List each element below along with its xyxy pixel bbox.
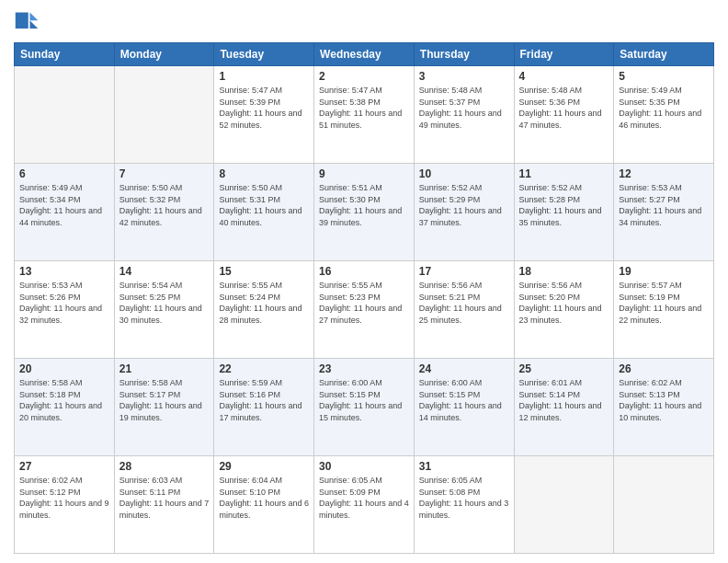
calendar-week-row: 13Sunrise: 5:53 AM Sunset: 5:26 PM Dayli… [15, 261, 714, 359]
day-number: 2 [319, 70, 409, 83]
day-info: Sunrise: 5:47 AM Sunset: 5:38 PM Dayligh… [319, 85, 409, 131]
day-number: 7 [119, 167, 210, 180]
calendar-day-cell: 27Sunrise: 6:02 AM Sunset: 5:12 PM Dayli… [15, 456, 115, 554]
day-info: Sunrise: 6:05 AM Sunset: 5:08 PM Dayligh… [419, 475, 509, 521]
day-info: Sunrise: 5:56 AM Sunset: 5:21 PM Dayligh… [419, 280, 509, 326]
header [14, 9, 714, 35]
day-number: 1 [219, 70, 309, 83]
day-number: 12 [619, 167, 709, 180]
calendar-day-cell: 9Sunrise: 5:51 AM Sunset: 5:30 PM Daylig… [314, 164, 415, 261]
day-info: Sunrise: 5:55 AM Sunset: 5:23 PM Dayligh… [319, 280, 409, 326]
day-number: 31 [419, 460, 509, 473]
svg-rect-3 [16, 13, 28, 29]
calendar-day-cell: 11Sunrise: 5:52 AM Sunset: 5:28 PM Dayli… [514, 164, 614, 261]
day-info: Sunrise: 5:54 AM Sunset: 5:25 PM Dayligh… [119, 280, 210, 326]
calendar-week-row: 20Sunrise: 5:58 AM Sunset: 5:18 PM Dayli… [15, 359, 714, 456]
calendar-day-cell: 30Sunrise: 6:05 AM Sunset: 5:09 PM Dayli… [314, 456, 415, 554]
day-number: 24 [419, 362, 509, 375]
weekday-header: Sunday [15, 43, 115, 66]
weekday-header: Tuesday [214, 43, 314, 66]
calendar-table: SundayMondayTuesdayWednesdayThursdayFrid… [14, 42, 714, 554]
calendar-day-cell: 6Sunrise: 5:49 AM Sunset: 5:34 PM Daylig… [15, 164, 115, 261]
day-number: 20 [19, 362, 109, 375]
logo-icon [14, 9, 40, 35]
day-info: Sunrise: 6:02 AM Sunset: 5:12 PM Dayligh… [19, 475, 109, 521]
day-info: Sunrise: 5:50 AM Sunset: 5:31 PM Dayligh… [219, 182, 309, 228]
day-info: Sunrise: 5:52 AM Sunset: 5:28 PM Dayligh… [519, 182, 609, 228]
day-number: 4 [519, 70, 609, 83]
page: SundayMondayTuesdayWednesdayThursdayFrid… [0, 0, 728, 563]
day-info: Sunrise: 5:52 AM Sunset: 5:29 PM Dayligh… [419, 182, 509, 228]
day-number: 17 [419, 265, 509, 278]
day-number: 19 [619, 265, 709, 278]
day-number: 21 [119, 362, 210, 375]
calendar-day-cell: 2Sunrise: 5:47 AM Sunset: 5:38 PM Daylig… [314, 66, 415, 164]
calendar-day-cell [614, 456, 714, 554]
day-number: 22 [219, 362, 309, 375]
day-info: Sunrise: 5:49 AM Sunset: 5:35 PM Dayligh… [619, 85, 709, 131]
weekday-header: Wednesday [314, 43, 415, 66]
calendar-day-cell: 25Sunrise: 6:01 AM Sunset: 5:14 PM Dayli… [514, 359, 614, 456]
day-info: Sunrise: 5:47 AM Sunset: 5:39 PM Dayligh… [219, 85, 309, 131]
calendar-day-cell: 12Sunrise: 5:53 AM Sunset: 5:27 PM Dayli… [614, 164, 714, 261]
calendar-day-cell: 26Sunrise: 6:02 AM Sunset: 5:13 PM Dayli… [614, 359, 714, 456]
calendar-day-cell: 13Sunrise: 5:53 AM Sunset: 5:26 PM Dayli… [15, 261, 115, 359]
day-number: 15 [219, 265, 309, 278]
calendar-day-cell: 28Sunrise: 6:03 AM Sunset: 5:11 PM Dayli… [114, 456, 214, 554]
day-number: 3 [419, 70, 509, 83]
day-number: 28 [119, 460, 210, 473]
calendar-day-cell: 15Sunrise: 5:55 AM Sunset: 5:24 PM Dayli… [214, 261, 314, 359]
day-info: Sunrise: 6:00 AM Sunset: 5:15 PM Dayligh… [419, 377, 509, 423]
day-info: Sunrise: 6:02 AM Sunset: 5:13 PM Dayligh… [619, 377, 709, 423]
day-info: Sunrise: 5:58 AM Sunset: 5:17 PM Dayligh… [119, 377, 210, 423]
day-info: Sunrise: 5:53 AM Sunset: 5:27 PM Dayligh… [619, 182, 709, 228]
day-number: 5 [619, 70, 709, 83]
weekday-header: Saturday [614, 43, 714, 66]
calendar-day-cell: 31Sunrise: 6:05 AM Sunset: 5:08 PM Dayli… [414, 456, 514, 554]
day-info: Sunrise: 5:56 AM Sunset: 5:20 PM Dayligh… [519, 280, 609, 326]
day-info: Sunrise: 6:01 AM Sunset: 5:14 PM Dayligh… [519, 377, 609, 423]
day-info: Sunrise: 6:04 AM Sunset: 5:10 PM Dayligh… [219, 475, 309, 521]
day-number: 8 [219, 167, 309, 180]
day-info: Sunrise: 5:57 AM Sunset: 5:19 PM Dayligh… [619, 280, 709, 326]
calendar-day-cell: 7Sunrise: 5:50 AM Sunset: 5:32 PM Daylig… [114, 164, 214, 261]
day-info: Sunrise: 6:00 AM Sunset: 5:15 PM Dayligh… [319, 377, 409, 423]
calendar-day-cell: 16Sunrise: 5:55 AM Sunset: 5:23 PM Dayli… [314, 261, 415, 359]
calendar-day-cell: 10Sunrise: 5:52 AM Sunset: 5:29 PM Dayli… [414, 164, 514, 261]
calendar-week-row: 1Sunrise: 5:47 AM Sunset: 5:39 PM Daylig… [15, 66, 714, 164]
day-number: 25 [519, 362, 609, 375]
day-number: 14 [119, 265, 210, 278]
logo [14, 9, 43, 35]
day-info: Sunrise: 5:59 AM Sunset: 5:16 PM Dayligh… [219, 377, 309, 423]
calendar-day-cell: 3Sunrise: 5:48 AM Sunset: 5:37 PM Daylig… [414, 66, 514, 164]
calendar-day-cell [114, 66, 214, 164]
calendar-day-cell: 17Sunrise: 5:56 AM Sunset: 5:21 PM Dayli… [414, 261, 514, 359]
calendar-week-row: 6Sunrise: 5:49 AM Sunset: 5:34 PM Daylig… [15, 164, 714, 261]
day-info: Sunrise: 5:48 AM Sunset: 5:36 PM Dayligh… [519, 85, 609, 131]
calendar-day-cell: 21Sunrise: 5:58 AM Sunset: 5:17 PM Dayli… [114, 359, 214, 456]
day-number: 29 [219, 460, 309, 473]
calendar-day-cell: 1Sunrise: 5:47 AM Sunset: 5:39 PM Daylig… [214, 66, 314, 164]
day-number: 23 [319, 362, 409, 375]
day-number: 26 [619, 362, 709, 375]
calendar-week-row: 27Sunrise: 6:02 AM Sunset: 5:12 PM Dayli… [15, 456, 714, 554]
calendar-day-cell: 29Sunrise: 6:04 AM Sunset: 5:10 PM Dayli… [214, 456, 314, 554]
weekday-header: Friday [514, 43, 614, 66]
day-number: 18 [519, 265, 609, 278]
day-info: Sunrise: 5:50 AM Sunset: 5:32 PM Dayligh… [119, 182, 210, 228]
day-info: Sunrise: 5:55 AM Sunset: 5:24 PM Dayligh… [219, 280, 309, 326]
day-info: Sunrise: 5:49 AM Sunset: 5:34 PM Dayligh… [19, 182, 109, 228]
day-number: 13 [19, 265, 109, 278]
calendar-day-cell: 22Sunrise: 5:59 AM Sunset: 5:16 PM Dayli… [214, 359, 314, 456]
day-info: Sunrise: 6:05 AM Sunset: 5:09 PM Dayligh… [319, 475, 409, 521]
calendar-day-cell: 20Sunrise: 5:58 AM Sunset: 5:18 PM Dayli… [15, 359, 115, 456]
calendar-day-cell [15, 66, 115, 164]
day-number: 9 [319, 167, 409, 180]
weekday-header: Thursday [414, 43, 514, 66]
calendar-header-row: SundayMondayTuesdayWednesdayThursdayFrid… [15, 43, 714, 66]
calendar-day-cell: 4Sunrise: 5:48 AM Sunset: 5:36 PM Daylig… [514, 66, 614, 164]
day-info: Sunrise: 5:58 AM Sunset: 5:18 PM Dayligh… [19, 377, 109, 423]
calendar-day-cell: 23Sunrise: 6:00 AM Sunset: 5:15 PM Dayli… [314, 359, 415, 456]
day-number: 6 [19, 167, 109, 180]
calendar-day-cell: 5Sunrise: 5:49 AM Sunset: 5:35 PM Daylig… [614, 66, 714, 164]
